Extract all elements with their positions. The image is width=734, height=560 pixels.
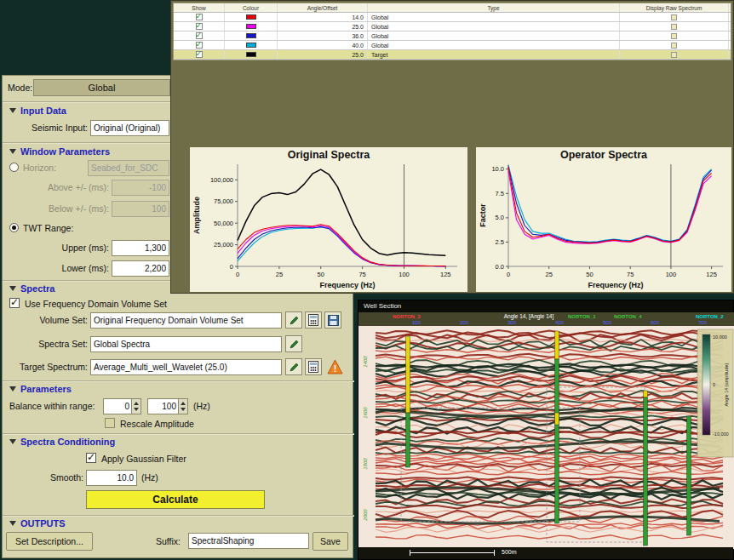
svg-text:75,000: 75,000 <box>214 197 233 205</box>
pencil-icon <box>289 362 300 373</box>
well-section-titlebar[interactable]: Well Section <box>358 300 733 312</box>
section-window-parameters[interactable]: Window Parameters <box>9 146 110 157</box>
target-spectrum-field[interactable] <box>90 359 282 375</box>
svg-text:2.5: 2.5 <box>496 238 504 246</box>
show-checkbox[interactable] <box>196 32 203 39</box>
section-spectra[interactable]: Spectra <box>9 283 54 294</box>
calculate-button[interactable]: Calculate <box>86 490 265 509</box>
svg-text:-10,000: -10,000 <box>713 431 729 437</box>
svg-text:1600: 1600 <box>363 407 368 419</box>
colour-swatch[interactable] <box>246 52 256 57</box>
mode-label: Mode: <box>8 80 32 96</box>
show-checkbox[interactable] <box>196 23 203 30</box>
lower-field[interactable] <box>112 260 169 277</box>
svg-text:Amplitude: Amplitude <box>192 197 201 234</box>
seismic-viewport[interactable]: NORTON_3NORTON_1NORTON_4NORTON_2Angle 14… <box>358 312 734 549</box>
colour-swatch[interactable] <box>246 43 256 48</box>
spinner-arrows[interactable] <box>178 399 187 414</box>
well-section-title: Well Section <box>364 302 401 310</box>
svg-text:0.0: 0.0 <box>496 263 504 271</box>
spectra-table-body: 14.0Global25.0Global36.0Global40.0Global… <box>174 13 731 60</box>
spectra-set-edit-button[interactable] <box>285 335 302 352</box>
display-raw-cell <box>620 13 729 21</box>
show-cell <box>174 13 225 21</box>
pencil-icon <box>289 315 300 326</box>
pencil-icon <box>289 339 300 350</box>
type-cell: Target <box>368 50 620 59</box>
colour-swatch[interactable] <box>246 14 256 20</box>
upper-field[interactable] <box>112 240 169 256</box>
display-raw-checkbox[interactable] <box>671 43 677 49</box>
upper-label: Upper (ms): <box>20 240 109 256</box>
colour-cell <box>225 41 278 49</box>
volume-set-field[interactable] <box>90 312 282 329</box>
spectra-table-row[interactable]: 36.0Global <box>174 31 731 41</box>
collapse-triangle-icon <box>9 521 16 526</box>
display-raw-checkbox[interactable] <box>671 14 677 20</box>
rescale-amplitude-checkbox[interactable] <box>105 418 115 428</box>
horizon-radio[interactable] <box>9 163 19 172</box>
balance-min-spinner[interactable]: 0 <box>103 398 141 414</box>
target-spectrum-calculator-button[interactable] <box>305 358 322 375</box>
svg-text:5.0: 5.0 <box>496 214 504 221</box>
rescale-amplitude-label: Rescale Amplitude <box>120 416 194 432</box>
display-raw-checkbox[interactable] <box>671 24 677 30</box>
svg-text:100: 100 <box>666 271 677 278</box>
spectra-table-row[interactable]: 40.0Global <box>174 41 731 50</box>
app-window: Mode: Global Input Data Seismic Input: W… <box>0 0 734 560</box>
suffix-field[interactable] <box>188 533 309 549</box>
show-cell <box>174 22 225 31</box>
angle-offset-cell: 40.0 <box>278 41 368 49</box>
section-parameters[interactable]: Parameters <box>9 384 72 394</box>
operator-spectra-svg: 02550751001250.02.55.07.510.0Operator Sp… <box>476 147 731 292</box>
spectra-table-row[interactable]: 25.0Target <box>174 50 731 60</box>
spectra-table-row[interactable]: 14.0Global <box>174 13 731 22</box>
target-spectrum-edit-button[interactable] <box>285 358 302 375</box>
balance-max-spinner[interactable]: 100 <box>147 398 188 414</box>
section-spectra-conditioning[interactable]: Spectra Conditioning <box>9 437 115 447</box>
spinner-up-icon <box>134 402 139 405</box>
section-outputs[interactable]: OUTPUTS <box>9 518 66 529</box>
set-description-button[interactable]: Set Description... <box>6 532 93 551</box>
floppy-disk-icon <box>328 315 339 326</box>
save-button[interactable]: Save <box>313 532 348 551</box>
spectra-set-field[interactable] <box>90 336 282 352</box>
smooth-field[interactable] <box>86 470 137 486</box>
spinner-arrows[interactable] <box>131 399 140 414</box>
colour-swatch[interactable] <box>246 24 256 29</box>
gaussian-filter-checkbox[interactable] <box>86 453 96 463</box>
type-cell: Global <box>368 31 620 40</box>
balance-max-value: 100 <box>148 399 178 414</box>
svg-text:75: 75 <box>358 271 365 278</box>
display-raw-checkbox[interactable] <box>671 52 677 58</box>
svg-text:1800: 1800 <box>363 458 368 470</box>
mode-selector[interactable]: Global <box>33 79 170 96</box>
show-checkbox[interactable] <box>196 51 203 58</box>
section-input-data[interactable]: Input Data <box>9 106 66 116</box>
volume-set-calculator-button[interactable] <box>305 311 322 329</box>
svg-text:700: 700 <box>698 320 708 325</box>
volume-set-label: Volume Set: <box>3 312 88 329</box>
show-checkbox[interactable] <box>196 42 203 49</box>
display-raw-checkbox[interactable] <box>671 33 677 39</box>
svg-text:50: 50 <box>586 271 593 278</box>
svg-text:10,000: 10,000 <box>713 334 727 340</box>
spectra-table-row[interactable]: 25.0Global <box>174 22 731 31</box>
svg-text:200: 200 <box>460 320 469 325</box>
show-cell <box>174 31 225 40</box>
volume-set-edit-button[interactable] <box>285 311 302 329</box>
volume-set-save-button[interactable] <box>324 311 341 329</box>
svg-text:Original Spectra: Original Spectra <box>288 149 371 161</box>
twt-range-label: TWT Range: <box>23 220 73 237</box>
seismic-input-dropdown[interactable] <box>90 120 169 136</box>
show-checkbox[interactable] <box>196 14 203 20</box>
twt-range-radio[interactable] <box>9 223 19 232</box>
svg-text:100: 100 <box>399 271 410 278</box>
colour-swatch[interactable] <box>246 33 256 38</box>
use-freq-domain-checkbox[interactable] <box>9 298 20 308</box>
calculator-icon <box>308 314 318 326</box>
collapse-triangle-icon <box>9 108 16 113</box>
below-field <box>112 201 169 217</box>
type-cell: Global <box>368 22 620 31</box>
angle-offset-cell: 36.0 <box>278 31 368 40</box>
